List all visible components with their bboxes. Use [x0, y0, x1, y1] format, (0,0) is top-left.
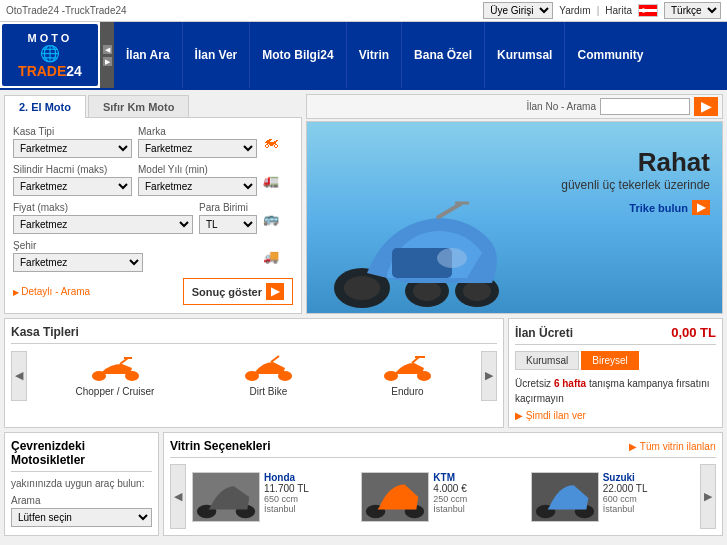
kasa-next-btn[interactable]: ▶ — [481, 351, 497, 401]
vitrin-title: Vitrin Seçenekleri — [170, 439, 271, 453]
bus-icon[interactable]: 🚌 — [263, 211, 293, 226]
ilan-header-row: İlan Ücreti 0,00 TL — [515, 325, 716, 345]
nav-item-community[interactable]: Community — [565, 22, 655, 88]
banner: Rahat güvenli üç tekerlek üzerinde Trike… — [306, 121, 723, 314]
logo-globe-icon: 🌐 — [40, 44, 60, 63]
header-left: OtoTrade24 -TruckTrade24 — [6, 5, 127, 16]
truck2-icon-area: 🚚 — [263, 240, 293, 272]
vitrin-suzuki-city: İstanbul — [603, 504, 648, 514]
cevre-box: Çevrenizdeki Motosikletler yakınınızda u… — [4, 432, 159, 536]
vitrin-honda-city: İstanbul — [264, 504, 309, 514]
nav-item-kurumsal[interactable]: Kurumsal — [485, 22, 565, 88]
ilan-desc: Ücretsiz 6 hafta tanışma kampanya fırsat… — [515, 376, 716, 406]
ilan-tab-bireysel[interactable]: Bireysel — [581, 351, 639, 370]
kasa-item-enduro[interactable]: Enduro — [378, 350, 436, 401]
search-form: Kasa Tipi Farketmez Marka Farketmez 🏍 — [4, 117, 302, 314]
logo[interactable]: MOTO 🌐 TRADE 24 — [2, 24, 98, 86]
nav-item-ilan-ara[interactable]: İlan Ara — [114, 22, 183, 88]
cevre-subtitle: yakınınızda uygun araç bulun: — [11, 478, 152, 489]
arama-select[interactable]: Lütfen seçin — [11, 508, 152, 527]
vitrin-all-arrow-icon: ▶ — [629, 441, 640, 452]
truck-icon[interactable]: 🚛 — [263, 173, 293, 188]
banner-text: Rahat güvenli üç tekerlek üzerinde Trike… — [561, 147, 710, 215]
svg-point-1 — [344, 276, 380, 300]
chopper-label: Chopper / Cruiser — [76, 386, 155, 397]
vitrin-honda-brand: Honda — [264, 472, 309, 483]
banner-trike-link[interactable]: Trike bulun ▶ — [629, 200, 710, 215]
vitrin-prev-btn[interactable]: ◀ — [170, 464, 186, 529]
nav-side-btn-1[interactable]: ◀ — [103, 45, 112, 54]
vitrin-all-link[interactable]: ▶ Tüm vitrin ilanları — [629, 441, 716, 452]
search-tabs: 2. El Moto Sıfır Km Moto — [4, 94, 302, 117]
detayli-arama-link[interactable]: ▶ Detaylı - Arama — [13, 286, 90, 297]
marka-label: Marka — [138, 126, 257, 137]
vitrin-header-row: Vitrin Seçenekleri ▶ Tüm vitrin ilanları — [170, 439, 716, 458]
vitrin-next-btn[interactable]: ▶ — [700, 464, 716, 529]
model-yil-select[interactable]: Farketmez — [138, 177, 257, 196]
marka-select[interactable]: Farketmez — [138, 139, 257, 158]
vitrin-honda-price: 11.700 TL — [264, 483, 309, 494]
vitrin-ktm-price: 4.000 € — [433, 483, 467, 494]
vitrin-ktm-cc: 250 ccm — [433, 494, 467, 504]
banner-rahat: Rahat — [561, 147, 710, 178]
kasa-item-dirtbike[interactable]: Dirt Bike — [239, 350, 297, 401]
vitrin-ktm-city: İstanbul — [433, 504, 467, 514]
logo-moto-text: MOTO — [28, 32, 73, 44]
nav-item-moto-bilgi[interactable]: Moto Bilgi24 — [250, 22, 346, 88]
nav-item-ilan-ver[interactable]: İlan Ver — [183, 22, 251, 88]
kasa-title: Kasa Tipleri — [11, 325, 497, 344]
kasa-tipi-label: Kasa Tipi — [13, 126, 132, 137]
nav-item-bana-ozel[interactable]: Bana Özel — [402, 22, 485, 88]
simdi-ilan-ver-link[interactable]: ▶ Şimdi ilan ver — [515, 410, 716, 421]
search-panel: 2. El Moto Sıfır Km Moto Kasa Tipi Farke… — [4, 94, 302, 314]
para-label: Para Birimi — [199, 202, 257, 213]
nav-item-vitrin[interactable]: Vitrin — [347, 22, 402, 88]
vitrin-item-suzuki[interactable]: Suzuki 22.000 TL 600 ccm İstanbul — [531, 472, 694, 522]
vitrin-suzuki-cc: 600 ccm — [603, 494, 648, 504]
moto-icon-1[interactable]: 🏍 — [263, 133, 293, 151]
right-section: İlan No - Arama ▶ — [306, 94, 723, 314]
sehir-select[interactable]: Farketmez — [13, 253, 143, 272]
flag-icon: ☪ — [638, 4, 658, 17]
trike-image — [307, 153, 527, 313]
form-row-3: Fiyat (maks) Farketmez Para Birimi TL 🚌 — [13, 202, 293, 234]
sonuc-goster-button[interactable]: Sonuç göster ▶ — [183, 278, 293, 305]
ilan-tab-kurumsal[interactable]: Kurumsal — [515, 351, 579, 370]
vitrin-honda-img — [192, 472, 260, 522]
logo-24-text: 24 — [66, 63, 82, 79]
kasa-tipleri-box: Kasa Tipleri ◀ Chopper / Cruiser — [4, 318, 504, 428]
silindir-select[interactable]: Farketmez — [13, 177, 132, 196]
tab-new[interactable]: Sıfır Km Moto — [88, 95, 190, 118]
fiyat-label: Fiyat (maks) — [13, 202, 193, 213]
vitrin-suzuki-info: Suzuki 22.000 TL 600 ccm İstanbul — [603, 472, 648, 514]
kasa-tipi-select[interactable]: Farketmez — [13, 139, 132, 158]
middle-sections: Kasa Tipleri ◀ Chopper / Cruiser — [0, 318, 727, 432]
lang-select[interactable]: Türkçe — [664, 2, 721, 19]
tab-used[interactable]: 2. El Moto — [4, 95, 86, 118]
fiyat-select[interactable]: Farketmez — [13, 215, 193, 234]
para-select[interactable]: TL — [199, 215, 257, 234]
arrow-icon: ▶ — [13, 288, 21, 297]
silindir-label: Silindir Hacmi (maks) — [13, 164, 132, 175]
kasa-prev-btn[interactable]: ◀ — [11, 351, 27, 401]
enduro-icon — [382, 354, 432, 382]
truck2-icon[interactable]: 🚚 — [263, 249, 293, 264]
ilan-no-input[interactable] — [600, 98, 690, 115]
ilan-ucreti-box: İlan Ücreti 0,00 TL Kurumsal Bireysel Üc… — [508, 318, 723, 428]
vitrin-box: Vitrin Seçenekleri ▶ Tüm vitrin ilanları… — [163, 432, 723, 536]
cevre-title: Çevrenizdeki Motosikletler — [11, 439, 152, 472]
sonuc-label: Sonuç göster — [192, 286, 262, 298]
vitrin-item-honda[interactable]: Honda 11.700 TL 650 ccm İstanbul — [192, 472, 355, 522]
ilan-no-go-button[interactable]: ▶ — [694, 97, 718, 116]
svg-line-16 — [271, 356, 279, 362]
vitrin-item-ktm[interactable]: KTM 4.000 € 250 ccm İstanbul — [361, 472, 524, 522]
login-select[interactable]: Üye Girişi — [483, 2, 553, 19]
help-link[interactable]: Yardım — [559, 5, 591, 16]
arama-label: Arama — [11, 495, 152, 506]
nav-side-btn-2[interactable]: ▶ — [103, 57, 112, 66]
map-link[interactable]: Harita — [605, 5, 632, 16]
kasa-item-chopper[interactable]: Chopper / Cruiser — [72, 350, 159, 401]
nav-side-controls: ◀ ▶ — [100, 22, 114, 88]
dirtbike-label: Dirt Bike — [250, 386, 288, 397]
separator: | — [597, 5, 600, 16]
